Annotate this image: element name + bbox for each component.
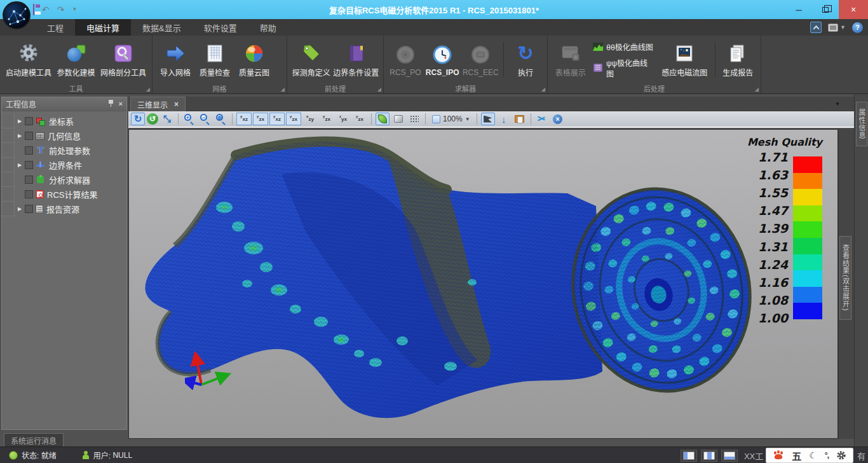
probe-angle-button[interactable]: 探测角定义 bbox=[291, 41, 331, 79]
group-expander-icon[interactable]: ◢ bbox=[281, 86, 285, 92]
solver-rcs-ipo-button[interactable]: RCS_IPO bbox=[424, 42, 460, 78]
view-orientation-button-2[interactable]: yxz bbox=[269, 113, 285, 125]
pan-view-button[interactable]: ⤡ bbox=[160, 113, 174, 125]
viewport-tab-close-icon[interactable]: × bbox=[174, 100, 179, 109]
points-view-button[interactable] bbox=[407, 113, 421, 125]
menu-tab-3[interactable]: 软件设置 bbox=[193, 19, 248, 36]
tabbar-menu-icon[interactable]: ▼ bbox=[835, 101, 840, 107]
view-results-tab[interactable]: 查看结果(双击展开) bbox=[839, 236, 851, 320]
clear-view-button[interactable]: × bbox=[551, 113, 565, 125]
tree-item-1[interactable]: ▶几何信息 bbox=[2, 128, 126, 143]
tree-item-5[interactable]: RCS计算结果 bbox=[2, 187, 126, 202]
help-button[interactable]: ? bbox=[852, 22, 863, 33]
zoom-out-button[interactable]: − bbox=[198, 113, 212, 125]
tree-item-0[interactable]: ▶坐标系 bbox=[2, 114, 126, 128]
import-mesh-button[interactable]: 导入网格 bbox=[156, 41, 194, 79]
view-orientation-button-1[interactable]: yzx bbox=[253, 113, 268, 125]
restore-button[interactable] bbox=[812, 0, 839, 19]
menu-tab-0[interactable]: 工程 bbox=[36, 19, 75, 36]
T-icon: T bbox=[36, 146, 46, 155]
tree-item-label: 坐标系 bbox=[49, 115, 74, 127]
project-tree: ▶坐标系▶几何信息T前处理参数▶边界条件分析求解器RCS计算结果▶报告资源 bbox=[2, 111, 126, 216]
expand-arrow-icon[interactable]: ▶ bbox=[15, 206, 25, 212]
display-style-button[interactable]: ▼ bbox=[828, 24, 846, 32]
view-orientation-button-5[interactable]: yzx bbox=[319, 113, 334, 125]
zoom-fit-button[interactable]: ⊕ bbox=[214, 113, 228, 125]
ime-moon-icon[interactable]: ☾ bbox=[809, 450, 817, 460]
tree-checkbox[interactable] bbox=[25, 205, 33, 213]
minimize-button[interactable]: ─ bbox=[785, 0, 812, 19]
ime-language-icon[interactable]: 五 bbox=[792, 449, 801, 462]
view-orientation-button-0[interactable]: yxz bbox=[236, 113, 252, 125]
group-expander-icon[interactable]: ◢ bbox=[377, 86, 381, 92]
tree-checkbox[interactable] bbox=[25, 161, 33, 169]
expand-arrow-icon[interactable]: ▶ bbox=[15, 162, 25, 168]
layout-left-button[interactable] bbox=[681, 450, 697, 462]
viewport-canvas[interactable]: Mesh Quality 1.711.631.551.471.391.311.2… bbox=[128, 129, 838, 439]
close-panel-button[interactable]: × bbox=[119, 100, 123, 107]
tree-checkbox[interactable] bbox=[25, 190, 33, 198]
view-orientation-button-4[interactable]: xzy bbox=[302, 113, 318, 125]
expand-arrow-icon[interactable]: ▶ bbox=[15, 118, 25, 124]
ime-punctuation-icon[interactable]: °, bbox=[825, 451, 829, 460]
share-view-button[interactable] bbox=[535, 113, 549, 125]
view-orientation-button-6[interactable]: zyx bbox=[336, 113, 351, 125]
quality-contour-button[interactable]: 质量云图 bbox=[235, 41, 273, 79]
property-info-tab[interactable]: 属性信息 bbox=[856, 102, 867, 146]
layout-center-button[interactable] bbox=[701, 450, 717, 462]
psi-polarization-curve-button[interactable]: ψψ极化曲线图 bbox=[590, 57, 657, 79]
layout-bottom-icon bbox=[724, 452, 735, 460]
table-display-button[interactable]: 表格展示 bbox=[552, 41, 589, 79]
zoom-in-button[interactable]: + bbox=[182, 113, 196, 125]
generate-report-button[interactable]: 生成报告 bbox=[719, 41, 757, 79]
theta-polarization-curve-button[interactable]: θθ极化曲线图 bbox=[590, 41, 657, 53]
viewport-tab-3d[interactable]: 三维显示 × bbox=[130, 97, 186, 111]
launch-modeling-tool-button[interactable]: 启动建模工具 bbox=[4, 41, 53, 79]
shaded-view-button[interactable] bbox=[376, 113, 390, 125]
solver-rcs-eec-button[interactable]: RCS_EEC bbox=[461, 42, 499, 78]
parametric-modeling-button[interactable]: 参数化建模 bbox=[55, 41, 97, 79]
tree-checkbox[interactable] bbox=[25, 132, 33, 140]
mesh-partition-tool-button[interactable]: 网格剖分工具 bbox=[98, 41, 148, 79]
menu-tab-4[interactable]: 帮助 bbox=[248, 19, 288, 36]
induced-current-map-button[interactable]: 感应电磁流图 bbox=[658, 41, 711, 79]
selection-mode-button[interactable] bbox=[481, 113, 495, 125]
system-message-tab[interactable]: 系统运行消息 bbox=[4, 433, 64, 446]
group-expander-icon[interactable]: ◢ bbox=[541, 86, 545, 92]
group-expander-icon[interactable]: ◢ bbox=[755, 86, 759, 92]
solver-rcs-po-button[interactable]: RCS_PO bbox=[388, 42, 423, 78]
zoom-level-select[interactable]: 100% ▼ bbox=[430, 114, 473, 123]
menu-tabs: 工程电磁计算数据&显示软件设置帮助 bbox=[36, 19, 288, 36]
layout-bottom-button[interactable] bbox=[721, 450, 738, 462]
ime-toolbar[interactable]: 五 ☾ °, bbox=[766, 448, 853, 463]
view-orientation-button-3[interactable]: yzx bbox=[286, 113, 301, 125]
tree-item-3[interactable]: ▶边界条件 bbox=[2, 158, 126, 172]
orbit-view-button[interactable]: ↺ bbox=[147, 113, 158, 125]
tree-checkbox[interactable] bbox=[25, 146, 33, 155]
rotate-view-button[interactable]: ↻ bbox=[131, 113, 145, 125]
menu-tab-2[interactable]: 数据&显示 bbox=[131, 19, 193, 36]
legend-color-band bbox=[793, 287, 822, 303]
drop-down-tool-button[interactable]: ↓ bbox=[497, 113, 511, 125]
capture-image-button[interactable] bbox=[513, 113, 527, 125]
view-orientation-button-7[interactable]: yzx bbox=[352, 113, 367, 125]
boundary-condition-button[interactable]: 边界条件设置 bbox=[332, 41, 379, 79]
collapse-ribbon-button[interactable] bbox=[810, 22, 822, 33]
tree-checkbox[interactable] bbox=[25, 117, 33, 125]
tree-checkbox[interactable] bbox=[25, 176, 33, 184]
surface-view-button[interactable] bbox=[391, 113, 405, 125]
app-logo-icon[interactable] bbox=[3, 1, 31, 29]
tree-item-4[interactable]: 分析求解器 bbox=[2, 172, 126, 187]
execute-button[interactable]: ↻ 执行 bbox=[508, 41, 543, 79]
quality-check-button[interactable]: 质量检查 bbox=[196, 41, 234, 79]
close-button[interactable]: × bbox=[839, 0, 868, 19]
tree-item-6[interactable]: ▶报告资源 bbox=[2, 202, 126, 216]
group-expander-icon[interactable]: ◢ bbox=[146, 86, 150, 92]
expand-arrow-icon[interactable]: ▶ bbox=[15, 133, 25, 139]
surface-icon bbox=[394, 115, 403, 123]
layout-left-icon bbox=[683, 452, 695, 460]
ime-settings-gear-icon[interactable] bbox=[836, 450, 846, 460]
tree-item-2[interactable]: T前处理参数 bbox=[2, 143, 126, 158]
pin-panel-button[interactable] bbox=[108, 100, 114, 108]
menu-tab-1[interactable]: 电磁计算 bbox=[75, 19, 131, 36]
